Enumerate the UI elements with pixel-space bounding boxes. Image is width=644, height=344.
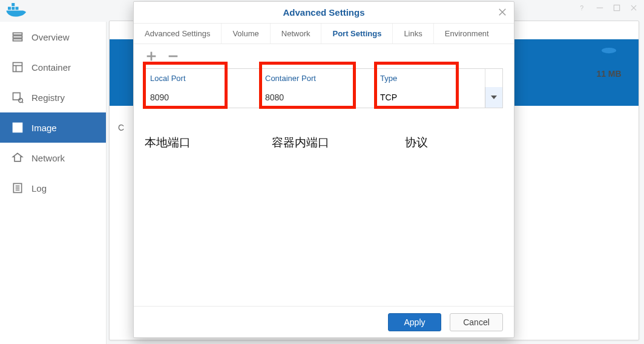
sidebar: Overview Container Registry Image Networ… [0,22,107,344]
svg-rect-9 [13,33,22,34]
type-value: TCP [380,92,397,102]
type-select[interactable]: TCP [375,87,485,108]
tab-label: Network [281,29,310,38]
sidebar-item-label: Image [31,123,57,133]
svg-rect-7 [16,7,19,10]
tab-port-settings[interactable]: Port Settings [321,24,393,44]
col-spacer [485,69,502,87]
image-icon [11,121,24,134]
sidebar-item-network[interactable]: Network [0,143,106,173]
tab-label: Volume [232,29,258,38]
svg-rect-1 [597,7,603,8]
advanced-settings-modal: Advanced Settings Advanced Settings Volu… [133,1,514,338]
docker-logo [5,0,29,18]
sidebar-item-container[interactable]: Container [0,52,106,82]
tab-advanced-settings[interactable]: Advanced Settings [134,24,222,44]
svg-rect-5 [8,7,11,10]
sidebar-item-overview[interactable]: Overview [0,22,106,52]
image-size-panel: 11 MB [591,47,627,79]
svg-rect-11 [13,39,22,41]
cancel-button[interactable]: Cancel [450,313,503,331]
container-icon [11,60,24,74]
button-label: Apply [404,317,425,327]
sidebar-item-label: Network [31,153,65,163]
svg-rect-10 [13,36,22,37]
overview-icon [11,30,24,44]
container-port-input[interactable] [260,87,375,108]
caption-type: 协议 [405,135,428,151]
apply-button[interactable]: Apply [388,313,441,331]
chevron-down-icon[interactable] [491,96,497,99]
tab-label: Advanced Settings [145,29,210,38]
close-icon[interactable] [497,7,508,18]
ports-table: Local Port Container Port Type TCP [145,68,503,108]
svg-marker-22 [13,154,22,161]
tab-label: Port Settings [332,29,381,38]
col-local-port[interactable]: Local Port [145,69,260,87]
tab-label: Environment [445,29,489,38]
col-type[interactable]: Type [375,69,485,87]
sidebar-item-label: Registry [31,92,65,103]
sidebar-item-label: Overview [31,32,70,42]
tab-label: Links [404,29,422,38]
svg-rect-6 [12,7,15,10]
image-size-text: 11 MB [591,69,627,79]
svg-text:?: ? [580,4,583,11]
background-c-label: C [118,123,124,132]
modal-tabs: Advanced Settings Volume Network Port Se… [134,24,514,44]
table-row[interactable]: TCP [145,87,502,108]
modal-header: Advanced Settings [134,2,514,24]
sidebar-item-image[interactable]: Image [0,112,106,143]
sidebar-item-label: Log [31,183,47,193]
remove-button[interactable] [166,50,180,63]
annotation-captions: 本地端口 容器内端口 协议 [134,135,514,151]
caption-local: 本地端口 [145,135,272,151]
tab-volume[interactable]: Volume [222,24,270,44]
col-container-port[interactable]: Container Port [260,69,375,87]
sidebar-item-registry[interactable]: Registry [0,82,106,112]
tab-environment[interactable]: Environment [434,24,500,44]
sidebar-item-log[interactable]: Log [0,173,106,203]
log-icon [11,181,24,195]
svg-line-17 [22,102,24,103]
maximize-icon[interactable] [613,4,621,12]
caption-container: 容器内端口 [272,135,405,151]
svg-rect-2 [614,5,619,10]
svg-rect-8 [12,3,15,6]
disk-icon [591,47,627,65]
sidebar-item-label: Container [31,62,71,73]
close-window-icon[interactable] [629,4,638,12]
tab-network[interactable]: Network [271,24,322,44]
registry-icon [11,91,24,104]
network-icon [11,151,24,164]
svg-point-28 [602,48,616,53]
modal-footer: Apply Cancel [134,306,514,337]
local-port-input[interactable] [145,87,260,108]
button-label: Cancel [463,317,490,327]
port-toolbar [134,44,514,68]
help-icon[interactable]: ? [579,4,587,12]
minimize-icon[interactable] [596,4,604,12]
svg-rect-12 [13,63,22,72]
tab-links[interactable]: Links [393,24,433,44]
modal-title: Advanced Settings [283,7,364,18]
add-button[interactable] [145,50,158,63]
